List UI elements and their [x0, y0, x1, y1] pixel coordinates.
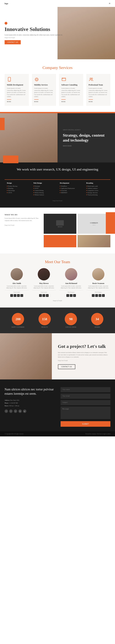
twitter-icon[interactable]: t: [95, 294, 98, 297]
stat-circle-coffee: 98: [65, 313, 77, 325]
bullet-dot: [60, 188, 60, 189]
svg-point-5: [62, 78, 62, 78]
footer-message-textarea[interactable]: [60, 406, 111, 419]
facebook-icon[interactable]: f: [66, 294, 69, 297]
bullet-dot: [7, 190, 7, 191]
footer-googleplus-icon[interactable]: g+: [23, 410, 26, 413]
avatar-roxieswanson: [92, 268, 104, 280]
project-desc: Quis nostrud exercitation ullamco labori…: [58, 352, 109, 358]
avatar-image-alexsmith: [11, 268, 23, 280]
software-icon: [61, 77, 66, 82]
hero-cta-button[interactable]: CONTACT US: [4, 40, 21, 44]
skill-item: Application Deployment: [60, 188, 82, 189]
footer-submit-button[interactable]: SUBMIT: [60, 421, 111, 427]
service-more-mobile[interactable]: MORE: [7, 99, 11, 102]
address-label: Address:: [4, 400, 10, 401]
bullet-dot: [33, 186, 34, 186]
service-more-software[interactable]: MORE: [61, 99, 66, 102]
footer-email-input[interactable]: [60, 394, 111, 398]
about-image-side: [0, 113, 58, 162]
twitter-icon[interactable]: t: [14, 294, 16, 297]
footer-linkedin-icon[interactable]: in: [18, 410, 22, 413]
team-name-annrichmond: Ann Richmond: [59, 282, 83, 284]
stat-circle-projects: 158: [39, 313, 51, 325]
team-role-annrichmond: Web Designer: [59, 290, 83, 293]
stat-number-awards: 34: [96, 318, 99, 321]
skills-section: Design Product Mockup Branding Print des…: [0, 176, 115, 208]
footer-name-input[interactable]: [60, 387, 111, 392]
photo-block: [78, 235, 111, 247]
stat-label-awards: AWARDS: [91, 326, 103, 328]
cubiken-logo: CUBIKEN: [90, 222, 98, 224]
svg-point-7: [90, 78, 91, 79]
twitter-icon[interactable]: t: [70, 294, 72, 297]
service-card-software: Software Consulting Lorem ipsum to sit a…: [59, 74, 83, 106]
services-container: Mobile Development Lorem ipsum to sit am…: [0, 74, 115, 112]
skill-col-development: Development WordPress Application Deploy…: [58, 180, 84, 198]
whatwedo-label: WHAT WE DO: [4, 214, 41, 216]
about-title: Strategy, design, content and technology: [63, 133, 110, 142]
googleplus-icon[interactable]: g: [20, 294, 23, 297]
project-contact-button[interactable]: CONTACT US: [58, 364, 75, 369]
avatar-image-roxieswanson: [92, 268, 104, 280]
stat-number-customers: 288: [15, 318, 21, 321]
service-more-professional[interactable]: MORE: [89, 99, 93, 102]
footer-copyright: © Copyright 2024. All rights reserved.: [4, 433, 24, 434]
svg-point-6: [63, 78, 63, 78]
linkedin-icon[interactable]: in: [17, 294, 20, 297]
whatwedo-desc: Lorem ipsum dolor sit amet, consectetur …: [4, 217, 41, 222]
team-desc-roxieswanson: Lorem ipsum dolor sit amet, consectetur …: [86, 285, 111, 289]
project-credit: Image from Freepik: [58, 360, 109, 361]
bullet-dot: [86, 186, 87, 186]
team-section: Meet Our Team Alex Smith Lorem ipsum dol…: [0, 254, 115, 308]
team-social-roxieswanson: f t in g: [86, 294, 111, 297]
service-desc-professional: Lorem ipsum to sit amet, consectetur adi…: [89, 87, 108, 98]
footer-subject-input[interactable]: [60, 400, 111, 405]
facebook-icon[interactable]: f: [92, 294, 95, 297]
hero-accent-dot: [4, 22, 7, 25]
skill-title-development: Development: [60, 182, 82, 184]
team-card-alexsmith: Alex Smith Lorem ipsum dolor sit amet, c…: [4, 268, 29, 297]
about-small-orange-square: [0, 118, 4, 130]
hours-label: Hours:: [4, 405, 9, 406]
cubiken-image: CUBIKEN Agency: [78, 214, 111, 234]
avatar-image-maybrown: [38, 268, 50, 280]
avatar-alexsmith: [11, 268, 23, 280]
facebook-icon[interactable]: f: [39, 294, 42, 297]
whatwedo-text: WHAT WE DO Lorem ipsum dolor sit amet, c…: [4, 214, 41, 247]
bullet-dot: [60, 192, 60, 193]
avatar-maybrown: [38, 268, 50, 280]
team-social-annrichmond: f t in: [59, 294, 83, 297]
skill-item: Website Hosting: [33, 192, 55, 194]
linkedin-icon[interactable]: in: [73, 294, 76, 297]
svg-point-8: [91, 78, 93, 79]
service-more-mobility[interactable]: MORE: [34, 99, 39, 102]
address-value: New York, USA: [10, 400, 19, 401]
facebook-icon[interactable]: f: [10, 294, 13, 297]
bullet-dot: [33, 194, 34, 195]
footer-facebook-icon[interactable]: f: [4, 410, 8, 413]
stats-section: 288 HAPPY CUSTOMERS 158 PROJECTS 98 CUPS…: [0, 308, 115, 333]
team-role-alexsmith: Team Leader: [4, 290, 29, 293]
linkedin-icon[interactable]: in: [46, 294, 49, 297]
googleplus-icon[interactable]: g: [102, 294, 105, 297]
skill-col-design: Design Product Mockup Branding Print des…: [4, 180, 31, 198]
stat-label-projects: PROJECTS: [39, 326, 51, 328]
skill-title-branding: Branding: [86, 182, 108, 184]
avatar-annrichmond: [65, 268, 77, 280]
footer-twitter-icon[interactable]: t: [9, 410, 13, 413]
linkedin-icon[interactable]: in: [99, 294, 101, 297]
team-card-annrichmond: Ann Richmond Lorem ipsum dolor sit amet,…: [59, 268, 83, 297]
footer-youtube-icon[interactable]: y: [14, 410, 17, 413]
stat-number-coffee: 98: [69, 318, 72, 321]
professional-icon: [89, 77, 94, 82]
bullet-dot: [33, 188, 34, 189]
bullet-dot: [86, 194, 87, 195]
logo[interactable]: logo: [4, 2, 8, 5]
footer-bottom: © Copyright 2024. All rights reserved. P…: [0, 431, 115, 436]
about-credit: Image by Freepik: [63, 145, 110, 146]
service-desc-mobile: Lorem ipsum to sit amet, consectetur adi…: [7, 87, 27, 98]
team-role-roxieswanson: Web Designer: [86, 290, 111, 293]
twitter-icon[interactable]: t: [43, 294, 45, 297]
hamburger-menu-icon[interactable]: ≡: [109, 2, 111, 5]
